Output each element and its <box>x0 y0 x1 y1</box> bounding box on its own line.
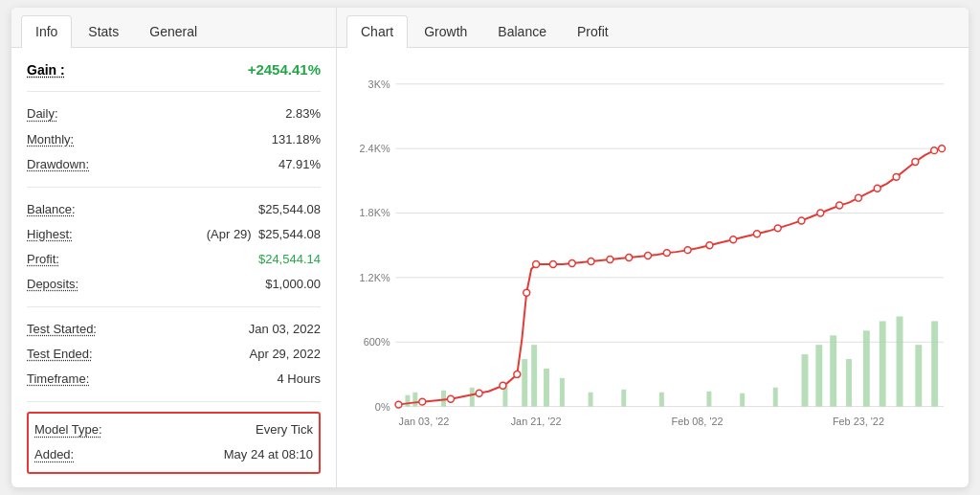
highest-note: (Apr 29) <box>207 227 252 241</box>
deposits-label: Deposits: <box>27 274 78 295</box>
added-label: Added: <box>34 444 74 465</box>
svg-text:0%: 0% <box>375 401 390 413</box>
svg-rect-34 <box>846 360 852 408</box>
svg-rect-39 <box>931 322 938 407</box>
svg-rect-18 <box>441 391 446 407</box>
left-tab-bar: Info Stats General <box>11 8 336 48</box>
test-started-value: Jan 03, 2022 <box>249 319 321 340</box>
added-row: Added: May 24 at 08:10 <box>29 442 319 467</box>
gain-label: Gain : <box>27 62 65 78</box>
model-type-label: Model Type: <box>34 419 102 440</box>
svg-point-54 <box>663 250 670 257</box>
tab-profit[interactable]: Profit <box>563 15 623 47</box>
tab-chart[interactable]: Chart <box>346 15 408 48</box>
added-value: May 24 at 08:10 <box>224 444 313 465</box>
svg-rect-38 <box>915 346 922 407</box>
svg-point-50 <box>588 259 594 265</box>
svg-point-66 <box>912 159 919 166</box>
svg-point-61 <box>817 210 824 216</box>
svg-rect-28 <box>706 392 711 407</box>
profit-value: $24,544.14 <box>258 249 321 270</box>
svg-text:1.2K%: 1.2K% <box>360 272 390 283</box>
tab-growth[interactable]: Growth <box>410 15 481 47</box>
svg-point-49 <box>568 260 575 267</box>
test-ended-value: Apr 29, 2022 <box>250 344 321 365</box>
deposits-row: Deposits: $1,000.00 <box>27 272 321 297</box>
svg-point-41 <box>419 399 426 406</box>
svg-text:2.4K%: 2.4K% <box>360 144 390 155</box>
highest-row: Highest: (Apr 29) $25,544.08 <box>27 222 321 247</box>
info-content: Gain : +2454.41% Daily: 2.83% Monthly: 1… <box>11 48 336 486</box>
svg-rect-16 <box>405 395 410 407</box>
svg-point-55 <box>684 247 691 254</box>
timeframe-value: 4 Hours <box>277 369 321 390</box>
profit-row: Profit: $24,544.14 <box>27 247 321 272</box>
tab-general[interactable]: General <box>135 15 212 47</box>
svg-rect-32 <box>815 346 822 407</box>
svg-rect-29 <box>740 394 745 407</box>
drawdown-value: 47.91% <box>278 154 321 175</box>
svg-rect-26 <box>621 390 626 407</box>
monthly-row: Monthly: 131.18% <box>27 127 321 152</box>
profit-label: Profit: <box>27 249 59 270</box>
timeframe-label: Timeframe: <box>27 369 89 390</box>
svg-point-58 <box>753 231 760 237</box>
drawdown-label: Drawdown: <box>27 154 89 175</box>
svg-rect-31 <box>802 355 809 407</box>
main-container: Info Stats General Gain : +2454.41% Dail… <box>11 8 969 486</box>
right-panel: Chart Growth Balance Profit 3K% 2.4K% 1.… <box>337 8 969 486</box>
svg-rect-33 <box>830 336 836 407</box>
daily-value: 2.83% <box>285 103 321 124</box>
tab-info[interactable]: Info <box>21 15 72 48</box>
svg-point-44 <box>500 383 506 390</box>
chart-area: 3K% 2.4K% 1.8K% 1.2K% 600% 0% Jan 03, '2… <box>337 48 969 486</box>
svg-rect-36 <box>880 322 886 407</box>
svg-point-60 <box>798 217 805 224</box>
deposits-value: $1,000.00 <box>265 274 321 295</box>
model-type-row: Model Type: Every Tick <box>29 417 319 442</box>
svg-point-43 <box>476 391 482 397</box>
svg-rect-21 <box>522 360 527 408</box>
test-ended-row: Test Ended: Apr 29, 2022 <box>27 342 321 367</box>
svg-point-47 <box>533 261 540 268</box>
svg-text:Feb 08, '22: Feb 08, '22 <box>671 416 723 428</box>
highest-label: Highest: <box>27 224 73 245</box>
svg-rect-30 <box>773 388 778 407</box>
balance-row: Balance: $25,544.08 <box>27 197 321 222</box>
svg-point-63 <box>855 195 861 202</box>
svg-point-56 <box>706 242 713 249</box>
tab-balance[interactable]: Balance <box>483 15 561 47</box>
svg-text:3K%: 3K% <box>368 79 390 90</box>
model-box: Model Type: Every Tick Added: May 24 at … <box>27 412 321 473</box>
drawdown-row: Drawdown: 47.91% <box>27 152 321 177</box>
svg-text:600%: 600% <box>364 337 390 349</box>
monthly-value: 131.18% <box>272 129 321 150</box>
svg-rect-37 <box>897 317 903 407</box>
svg-rect-27 <box>659 393 664 407</box>
svg-text:Jan 03, '22: Jan 03, '22 <box>398 416 449 428</box>
svg-rect-24 <box>560 378 565 407</box>
daily-row: Daily: 2.83% <box>27 101 321 126</box>
svg-point-62 <box>836 203 843 210</box>
svg-point-45 <box>514 371 521 378</box>
svg-rect-19 <box>470 388 475 407</box>
svg-point-57 <box>730 236 737 243</box>
svg-rect-25 <box>589 393 593 407</box>
timeframe-row: Timeframe: 4 Hours <box>27 367 321 392</box>
svg-point-52 <box>626 255 633 261</box>
test-ended-label: Test Ended: <box>27 344 93 365</box>
monthly-label: Monthly: <box>27 129 74 150</box>
gain-row: Gain : +2454.41% <box>27 61 321 78</box>
svg-point-46 <box>523 290 530 297</box>
svg-rect-35 <box>863 331 870 407</box>
svg-point-40 <box>395 402 402 409</box>
svg-text:Feb 23, '22: Feb 23, '22 <box>833 416 884 428</box>
highest-value: (Apr 29) $25,544.08 <box>207 224 321 245</box>
chart-tab-bar: Chart Growth Balance Profit <box>337 8 969 48</box>
model-type-value: Every Tick <box>256 419 313 440</box>
tab-stats[interactable]: Stats <box>74 15 133 47</box>
svg-point-65 <box>893 174 900 181</box>
svg-point-67 <box>931 147 938 154</box>
svg-point-64 <box>874 186 880 192</box>
daily-label: Daily: <box>27 103 58 124</box>
